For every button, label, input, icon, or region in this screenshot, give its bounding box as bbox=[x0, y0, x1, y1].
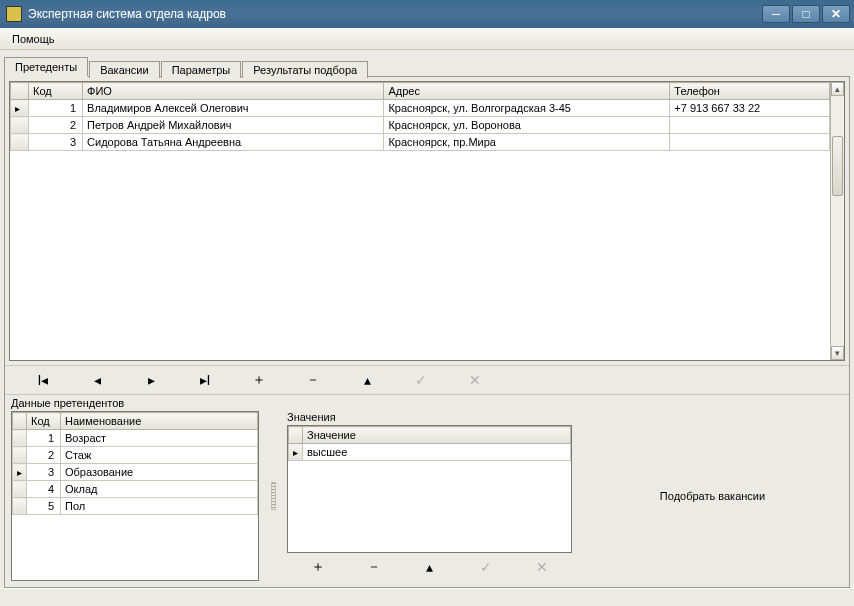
values-post-button[interactable]: ✓ bbox=[478, 559, 494, 575]
cell-name[interactable]: Образование bbox=[61, 464, 258, 481]
row-indicator bbox=[13, 464, 27, 481]
params-grid[interactable]: Код Наименование 1Возраст2Стаж3Образован… bbox=[11, 411, 259, 581]
nav-last-button[interactable]: ▸I bbox=[197, 372, 213, 388]
cell-fio[interactable]: Владимиров Алексей Олегович bbox=[83, 100, 384, 117]
cell-address[interactable]: Красноярск, ул. Волгоградская 3-45 bbox=[384, 100, 670, 117]
cell-fio[interactable]: Сидорова Татьяна Андреевна bbox=[83, 134, 384, 151]
table-row[interactable]: 2Стаж bbox=[13, 447, 258, 464]
table-row[interactable]: 1Владимиров Алексей ОлеговичКрасноярск, … bbox=[11, 100, 830, 117]
values-add-button[interactable]: ＋ bbox=[310, 559, 326, 575]
tab-parameters[interactable]: Параметры bbox=[161, 61, 242, 78]
table-row[interactable]: высшее bbox=[289, 444, 571, 461]
row-indicator bbox=[13, 430, 27, 447]
splitter[interactable] bbox=[269, 411, 277, 581]
minus-icon: － bbox=[367, 558, 381, 576]
params-col-name[interactable]: Наименование bbox=[61, 413, 258, 430]
col-fio[interactable]: ФИО bbox=[83, 83, 384, 100]
nav-cancel-button[interactable]: ✕ bbox=[467, 372, 483, 388]
grid-corner bbox=[289, 427, 303, 444]
cell-value[interactable]: высшее bbox=[303, 444, 571, 461]
app-icon bbox=[6, 6, 22, 22]
nav-delete-button[interactable]: － bbox=[305, 372, 321, 388]
cell-name[interactable]: Стаж bbox=[61, 447, 258, 464]
pick-vacancies-button[interactable]: Подобрать вакансии bbox=[650, 484, 775, 508]
tab-page: Код ФИО Адрес Телефон 1Владимиров Алексе… bbox=[4, 76, 850, 588]
table-row[interactable]: 2Петров Андрей МихайловичКрасноярск, ул.… bbox=[11, 117, 830, 134]
row-indicator bbox=[11, 117, 29, 134]
nav-add-button[interactable]: ＋ bbox=[251, 372, 267, 388]
col-phone[interactable]: Телефон bbox=[670, 83, 830, 100]
cell-phone[interactable]: +7 913 667 33 22 bbox=[670, 100, 830, 117]
cell-code[interactable]: 1 bbox=[27, 430, 61, 447]
col-address[interactable]: Адрес bbox=[384, 83, 670, 100]
minus-icon: － bbox=[306, 371, 320, 389]
col-code[interactable]: Код bbox=[29, 83, 83, 100]
scroll-down-icon[interactable]: ▾ bbox=[831, 346, 844, 360]
nav-post-button[interactable]: ✓ bbox=[413, 372, 429, 388]
scroll-thumb[interactable] bbox=[832, 136, 843, 196]
cell-code[interactable]: 3 bbox=[29, 134, 83, 151]
values-title: Значения bbox=[287, 411, 572, 425]
tab-applicants[interactable]: Претеденты bbox=[4, 57, 88, 77]
tabs-row: Претеденты Вакансии Параметры Результаты… bbox=[4, 54, 850, 76]
minimize-button[interactable]: ─ bbox=[762, 5, 790, 23]
applicants-scrollbar[interactable]: ▴ ▾ bbox=[830, 82, 844, 360]
plus-icon: ＋ bbox=[311, 558, 325, 576]
cell-code[interactable]: 2 bbox=[29, 117, 83, 134]
cell-fio[interactable]: Петров Андрей Михайлович bbox=[83, 117, 384, 134]
tab-results[interactable]: Результаты подбора bbox=[242, 61, 368, 78]
close-icon: ✕ bbox=[831, 7, 841, 21]
scroll-up-icon[interactable]: ▴ bbox=[831, 82, 844, 96]
cancel-icon: ✕ bbox=[536, 559, 548, 575]
table-row[interactable]: 3Образование bbox=[13, 464, 258, 481]
cell-name[interactable]: Оклад bbox=[61, 481, 258, 498]
cell-code[interactable]: 4 bbox=[27, 481, 61, 498]
maximize-icon: □ bbox=[802, 7, 809, 21]
values-grid[interactable]: Значение высшее bbox=[287, 425, 572, 553]
cell-address[interactable]: Красноярск, пр.Мира bbox=[384, 134, 670, 151]
nav-first-icon: I◂ bbox=[38, 372, 49, 388]
nav-next-button[interactable]: ▸ bbox=[143, 372, 159, 388]
nav-next-icon: ▸ bbox=[148, 372, 155, 388]
cell-code[interactable]: 3 bbox=[27, 464, 61, 481]
values-col-value[interactable]: Значение bbox=[303, 427, 571, 444]
table-row[interactable]: 1Возраст bbox=[13, 430, 258, 447]
table-row[interactable]: 3Сидорова Татьяна АндреевнаКрасноярск, п… bbox=[11, 134, 830, 151]
applicants-grid[interactable]: Код ФИО Адрес Телефон 1Владимиров Алексе… bbox=[9, 81, 845, 361]
app-window: Экспертная система отдела кадров ─ □ ✕ П… bbox=[0, 0, 854, 606]
row-indicator bbox=[13, 481, 27, 498]
values-delete-button[interactable]: － bbox=[366, 559, 382, 575]
minimize-icon: ─ bbox=[772, 7, 781, 21]
grid-corner bbox=[11, 83, 29, 100]
close-button[interactable]: ✕ bbox=[822, 5, 850, 23]
maximize-button[interactable]: □ bbox=[792, 5, 820, 23]
nav-edit-button[interactable]: ▴ bbox=[359, 372, 375, 388]
cell-name[interactable]: Пол bbox=[61, 498, 258, 515]
window-buttons: ─ □ ✕ bbox=[762, 5, 850, 23]
values-edit-button[interactable]: ▴ bbox=[422, 559, 438, 575]
cell-name[interactable]: Возраст bbox=[61, 430, 258, 447]
params-col-code[interactable]: Код bbox=[27, 413, 61, 430]
cell-phone[interactable] bbox=[670, 117, 830, 134]
cell-phone[interactable] bbox=[670, 134, 830, 151]
row-indicator bbox=[289, 444, 303, 461]
scroll-track[interactable] bbox=[831, 96, 844, 346]
lower-panel: Данные претендентов Код Наи bbox=[5, 395, 849, 587]
menubar: Помощь bbox=[0, 28, 854, 50]
window-title: Экспертная система отдела кадров bbox=[28, 7, 762, 21]
nav-prev-button[interactable]: ◂ bbox=[89, 372, 105, 388]
cell-code[interactable]: 1 bbox=[29, 100, 83, 117]
edit-icon: ▴ bbox=[426, 559, 433, 575]
tab-vacancies[interactable]: Вакансии bbox=[89, 61, 160, 78]
cell-code[interactable]: 2 bbox=[27, 447, 61, 464]
nav-first-button[interactable]: I◂ bbox=[35, 372, 51, 388]
values-cancel-button[interactable]: ✕ bbox=[534, 559, 550, 575]
table-row[interactable]: 4Оклад bbox=[13, 481, 258, 498]
table-row[interactable]: 5Пол bbox=[13, 498, 258, 515]
cell-address[interactable]: Красноярск, ул. Воронова bbox=[384, 117, 670, 134]
row-indicator bbox=[11, 134, 29, 151]
menu-help[interactable]: Помощь bbox=[6, 31, 61, 47]
nav-prev-icon: ◂ bbox=[94, 372, 101, 388]
cell-code[interactable]: 5 bbox=[27, 498, 61, 515]
params-title: Данные претендентов bbox=[5, 395, 849, 411]
